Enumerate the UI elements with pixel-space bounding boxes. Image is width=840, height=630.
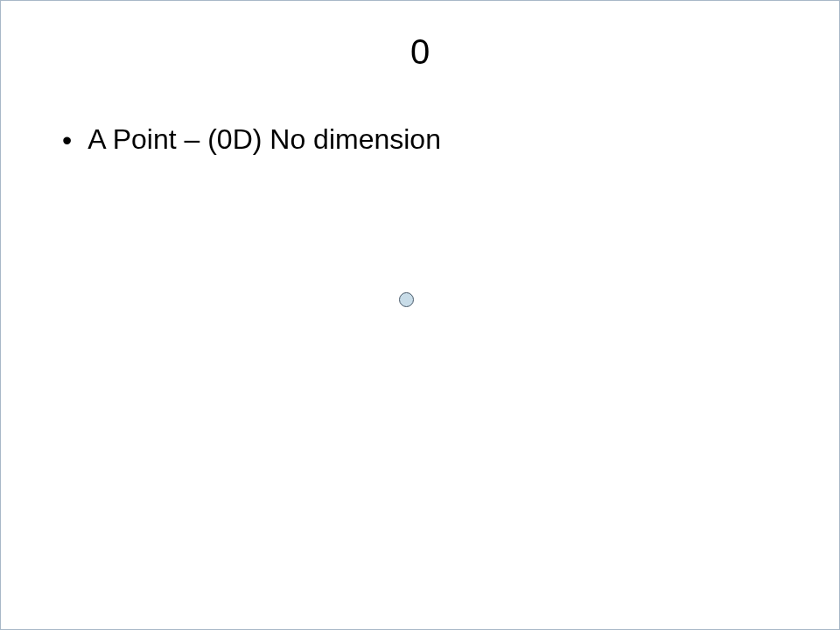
bullet-marker-icon: • [62, 126, 72, 154]
bullet-text: A Point – (0D) No dimension [88, 123, 441, 156]
list-item: • A Point – (0D) No dimension [62, 123, 441, 156]
bullet-list: • A Point – (0D) No dimension [62, 123, 441, 156]
point-circle-icon [399, 292, 414, 307]
slide-container: 0 • A Point – (0D) No dimension [0, 0, 840, 630]
slide-title: 0 [1, 32, 839, 72]
